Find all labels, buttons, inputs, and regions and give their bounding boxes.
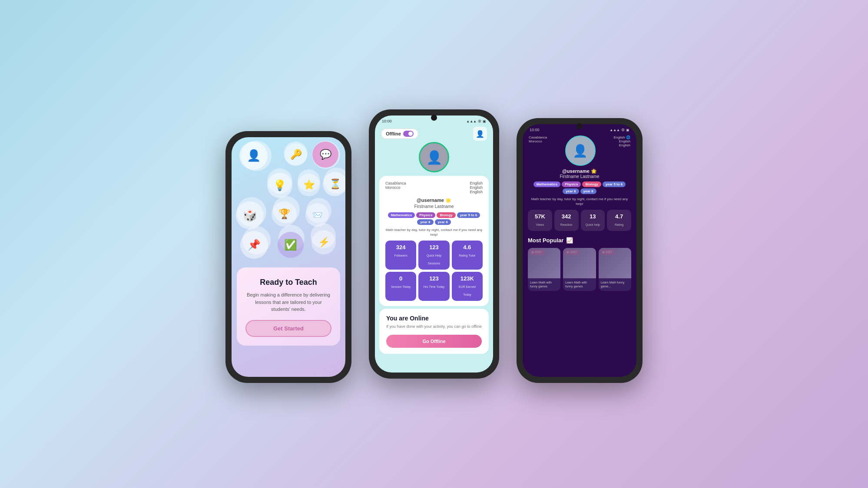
- online-card: You are Online If you have done with you…: [379, 309, 489, 354]
- video-thumb-3: ▶ 4567: [599, 248, 631, 278]
- offline-badge[interactable]: Offline: [381, 129, 418, 139]
- video-thumb-2: ▶ 4567: [563, 248, 596, 278]
- lightbulb-icon: 💡: [267, 173, 292, 198]
- online-text: If you have done with your activity, you…: [386, 324, 482, 330]
- stat-followers: 324 Followers: [385, 241, 416, 270]
- tag-physics: Physics: [416, 212, 435, 218]
- phones-container: 👤 🔑 💬 💡 ⭐ ⏳: [225, 105, 643, 383]
- tag-year1: year 5 to 6: [457, 212, 480, 218]
- video-card-1[interactable]: ▶ 4567 Learn Math with funny games: [528, 248, 560, 290]
- p3-stat-rating: 4.7 Rating: [607, 210, 631, 231]
- get-started-button[interactable]: Get Started: [245, 320, 331, 337]
- p3-user-info: @username 🌟 Firstname Lastname Mathemati…: [529, 168, 630, 194]
- online-toggle[interactable]: [403, 131, 414, 137]
- user-icon: 👤: [239, 142, 268, 170]
- phone-1: 👤 🔑 💬 💡 ⭐ ⏳: [225, 131, 351, 383]
- stat-time: 123 Hrs Time Today: [418, 272, 449, 301]
- user-icon-btn[interactable]: 👤: [473, 127, 487, 141]
- cube-icon: 🎲: [236, 201, 264, 229]
- phone-3-screen: 10:00 ▲▲▲ ⦿ ▣ Casablanca Morocco 👤 Engli…: [523, 124, 636, 377]
- pushpin-icon: 📌: [240, 231, 268, 259]
- p3-tag-math: Mathematics: [533, 181, 560, 187]
- videos-grid: ▶ 4567 Learn Math with funny games ▶ 456…: [528, 248, 631, 290]
- country: Morocco: [385, 185, 406, 190]
- p3-stats-grid: 57K Views 342 Reaction 13 Quick help 4.7…: [528, 210, 631, 231]
- p3-country: Morocco: [529, 139, 547, 143]
- phone-2-screen: 10:00 ▲▲▲ ⦿ ▣ Offline 👤 👤: [375, 115, 493, 373]
- p3-profile-section: Casablanca Morocco 👤 English 🌐 English E…: [523, 132, 636, 210]
- battery-icon: ▣: [483, 119, 486, 123]
- p3-lang2: English: [614, 139, 630, 143]
- video-label-1: Learn Math with funny games: [528, 278, 560, 290]
- p3-tag-year3: year 8: [580, 188, 596, 194]
- languages: English English English: [470, 181, 483, 194]
- video-thumb-1: ▶ 4567: [528, 248, 560, 278]
- checkmark-icon: ✅: [278, 232, 304, 258]
- most-popular-section: Most Popular 📈 ▶ 4567 Learn Math with fu…: [523, 237, 636, 290]
- lightning-icon: ⚡: [311, 230, 336, 254]
- p3-tag-bio: Biology: [582, 181, 601, 187]
- avatar-container: 👤: [375, 142, 493, 172]
- location: Casablanca Morocco: [385, 181, 406, 194]
- stat-rating: 4.6 Rating Tutor: [452, 241, 483, 270]
- p3-stat-quickhelp: 13 Quick help: [581, 210, 605, 231]
- tag-year3: year 8: [435, 219, 451, 225]
- p3-location-col: Casablanca Morocco: [529, 135, 547, 143]
- camera-notch-3: [576, 123, 583, 129]
- p3-tag-year2: year 8: [563, 188, 579, 194]
- camera-notch: [431, 115, 437, 121]
- ready-to-teach-card: Ready to Teach Begin making a difference…: [237, 267, 340, 346]
- signal-icon: ▲▲▲: [466, 119, 477, 123]
- p3-stat-views: 57K Views: [528, 210, 552, 231]
- username: @username 🌟: [385, 198, 483, 203]
- p3-signal-icon: ▲▲▲: [610, 128, 620, 132]
- fullname: Firstname Lastname: [385, 204, 483, 209]
- video-label-2: Learn Math with funny games: [563, 278, 596, 290]
- stats-grid: 324 Followers 123 Quick Help Sessions 4.…: [385, 241, 483, 301]
- p3-stat-reaction: 342 Reaction: [554, 210, 579, 231]
- card-title: Ready to Teach: [245, 278, 331, 287]
- p3-wifi-icon: ⦿: [621, 128, 625, 132]
- paper-plane-icon: 📨: [305, 203, 329, 227]
- p3-city: Casablanca: [529, 135, 547, 139]
- p3-lang1: English 🌐: [614, 135, 630, 139]
- p3-tags: Mathematics Physics Biology year 5 to 6 …: [529, 181, 630, 194]
- tag-mathematics: Mathematics: [388, 212, 415, 218]
- video-card-3[interactable]: ▶ 4567 Learn Math funny game...: [599, 248, 631, 290]
- phone-2: 10:00 ▲▲▲ ⦿ ▣ Offline 👤 👤: [369, 109, 499, 379]
- chat-icon: 💬: [312, 142, 338, 168]
- p3-lang-col: English 🌐 English English: [614, 135, 630, 147]
- stat-earned: 123K EUR Earned Today: [452, 272, 483, 301]
- video-card-2[interactable]: ▶ 4567 Learn Math with funny games: [563, 248, 596, 290]
- phone-1-screen: 👤 🔑 💬 💡 ⭐ ⏳: [232, 137, 345, 377]
- profile-card: Casablanca Morocco English English Engli…: [379, 176, 489, 306]
- p3-tag-year1: year 5 to 6: [603, 181, 626, 187]
- card-description: Begin making a difference by delivering …: [245, 291, 331, 313]
- stat-session: 0 Session Today: [385, 272, 416, 301]
- star-icon: ⭐: [298, 174, 320, 196]
- p3-avatar: 👤: [565, 135, 596, 166]
- signal-area: ▲▲▲ ⦿ ▣: [466, 119, 486, 123]
- tags-container: Mathematics Physics Biology year 5 to 6 …: [385, 212, 483, 225]
- lang1: English: [470, 181, 483, 185]
- tag-year2: year 8: [417, 219, 433, 225]
- stat-quickhelp: 123 Quick Help Sessions: [418, 241, 449, 270]
- p3-time: 10:00: [530, 128, 540, 132]
- wifi-icon: ⦿: [478, 119, 481, 123]
- p3-fullname: Firstname Lastname: [529, 174, 630, 179]
- lang3: English: [470, 190, 483, 194]
- bio-text: Math teacher by day, tutor by night, con…: [385, 228, 483, 237]
- go-offline-button[interactable]: Go Offline: [386, 335, 482, 348]
- most-popular-title: Most Popular 📈: [528, 237, 631, 244]
- p3-tag-physics: Physics: [562, 181, 581, 187]
- p3-lang3: English: [614, 143, 630, 147]
- p3-bio: Math teacher by day, tutor by night, con…: [529, 197, 630, 206]
- offline-label: Offline: [386, 131, 401, 136]
- lang2: English: [470, 185, 483, 190]
- tag-biology: Biology: [437, 212, 455, 218]
- top-bar: Offline 👤: [375, 123, 493, 144]
- hourglass-icon: ⏳: [323, 172, 345, 196]
- number-icon: 🏆: [272, 201, 297, 227]
- online-title: You are Online: [386, 315, 482, 322]
- trending-icon: 📈: [566, 237, 573, 244]
